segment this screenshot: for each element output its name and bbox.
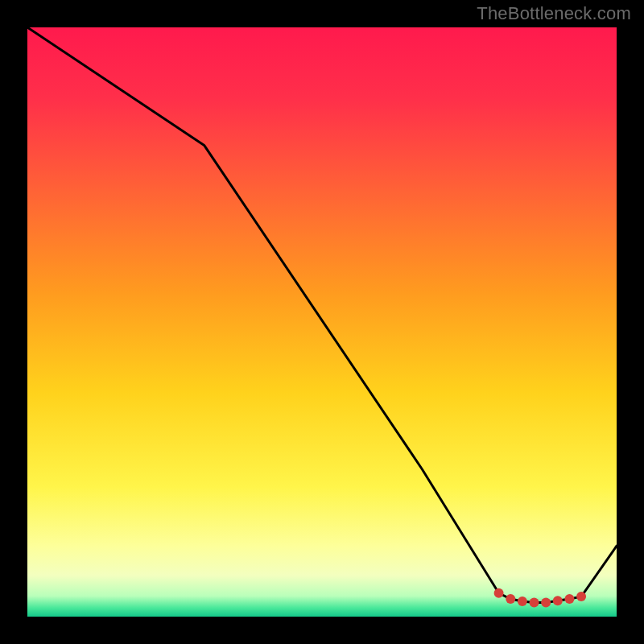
chart-frame: TheBottleneck.com — [0, 0, 644, 644]
marker-dot — [530, 597, 539, 607]
plot-area — [27, 27, 617, 617]
marker-dot — [541, 597, 551, 607]
marker-dot — [494, 588, 504, 598]
marker-dot — [506, 594, 515, 604]
marker-dot — [576, 592, 586, 601]
watermark-text: TheBottleneck.com — [477, 3, 631, 24]
chart-svg — [27, 27, 617, 617]
marker-dot — [553, 596, 563, 605]
marker-dot — [518, 597, 527, 606]
marker-dot — [564, 594, 574, 604]
